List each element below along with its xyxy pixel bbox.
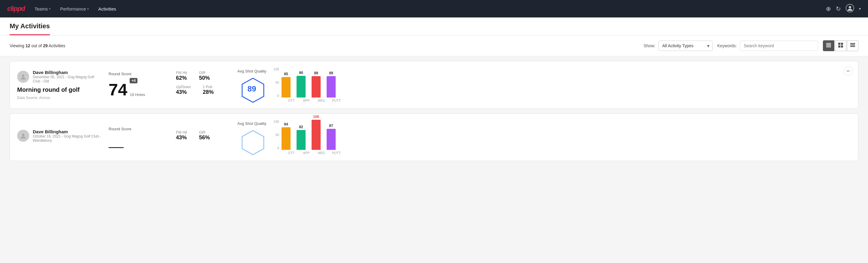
avg-shot-quality-label: Avg Shot Quality (237, 69, 267, 74)
avatar (17, 71, 29, 83)
bar-app-bar (297, 76, 306, 97)
page-header: My Activities (0, 18, 868, 35)
bars-container-2: 94 82 106 87 (281, 120, 336, 150)
player-date-2: October 16, 2021 - Gog Magog Golf Club -… (33, 134, 101, 143)
bars-container: 85 90 89 89 (281, 67, 336, 97)
x-axis-2: OTT APP ARG PUTT (287, 151, 358, 155)
performance-chevron-icon: ▾ (87, 7, 89, 10)
round-score-label-2: Round Score (108, 127, 169, 131)
logo[interactable]: clippd (7, 5, 25, 12)
view-list-dense-button[interactable] (823, 40, 834, 51)
bar-app-value: 90 (299, 71, 303, 75)
svg-rect-3 (826, 44, 831, 45)
stats-section-2: FW Hit 43% GIR 56% (176, 130, 230, 144)
show-filter-group: Show: All Activity Types (644, 40, 713, 51)
x-label-putt: PUTT (332, 99, 341, 102)
player-date: December 05, 2021 - Gog Magog Golf Club … (33, 75, 101, 83)
viewing-text: Viewing 12 out of 29 Activities (10, 43, 639, 48)
svg-rect-6 (838, 43, 840, 45)
bar-putt-value: 89 (329, 71, 333, 75)
stat-row-2-1: FW Hit 43% GIR 56% (176, 130, 230, 141)
hexagon: 89 (240, 77, 264, 101)
player-name-2: Dave Billingham (33, 129, 101, 134)
bar-arg-value: 89 (314, 71, 318, 75)
filter-bar: Viewing 12 out of 29 Activities Show: Al… (0, 35, 868, 56)
bar-ott-value: 85 (284, 72, 288, 76)
y-axis-2: 100 50 0 (274, 120, 279, 150)
keyword-input[interactable] (740, 40, 818, 51)
hexagon-2 (240, 129, 264, 153)
add-icon[interactable]: ⊕ (826, 5, 831, 12)
nav-performance[interactable]: Performance ▾ (60, 6, 89, 11)
avatar-2 (17, 130, 29, 142)
bar-app: 90 (297, 71, 306, 97)
view-grid-button[interactable] (835, 40, 846, 51)
quality-section-2: Avg Shot Quality 100 50 0 (237, 120, 382, 155)
x-axis: OTT APP ARG PUTT (287, 99, 358, 102)
svg-rect-4 (826, 46, 831, 46)
score-section-2: Round Score (108, 127, 169, 148)
edit-button[interactable]: ✏ (844, 66, 853, 76)
svg-point-1 (849, 6, 851, 8)
bar-putt-bar (327, 76, 336, 97)
svg-rect-5 (826, 47, 831, 47)
stat-1putt: 1 Putt 28% (203, 85, 214, 95)
score-display-2 (108, 133, 169, 148)
stat-gir: GIR 50% (199, 71, 210, 81)
x-label-arg: ARG (317, 99, 326, 102)
score-badge: +4 (130, 78, 137, 83)
svg-point-15 (22, 134, 24, 136)
bar-arg-bar (312, 76, 320, 97)
navbar: clippd Teams ▾ Performance ▾ Activities … (0, 0, 868, 18)
keyword-filter-group: Keywords: (717, 40, 818, 51)
teams-chevron-icon: ▾ (49, 7, 51, 10)
quality-section: Avg Shot Quality 89 100 50 (237, 67, 382, 102)
hexagon-score: 89 (248, 84, 256, 94)
activity-card-2: Dave Billingham October 16, 2021 - Gog M… (10, 113, 858, 161)
bar-chart: 100 50 0 85 90 (274, 67, 358, 102)
stats-section: FW Hit 62% GIR 50% Up/Down 43% 1 Putt 28… (176, 71, 230, 99)
navbar-left: clippd Teams ▾ Performance ▾ Activities (7, 5, 116, 12)
chart-area: 100 50 0 85 90 (274, 67, 358, 97)
bar-ott-bar (281, 77, 290, 97)
refresh-icon[interactable]: ↻ (836, 5, 841, 12)
svg-rect-10 (850, 43, 855, 44)
view-list-button[interactable] (847, 40, 858, 51)
quality-left-2: Avg Shot Quality (237, 121, 267, 153)
nav-teams[interactable]: Teams ▾ (35, 6, 51, 11)
activity-type-select[interactable]: All Activity Types (658, 40, 713, 51)
bar-chart-2: 100 50 0 94 82 10 (274, 120, 358, 155)
bar2-arg: 106 (312, 115, 320, 150)
x-label-app: APP (302, 99, 311, 102)
stat-fw-hit-2: FW Hit 43% (176, 130, 187, 141)
stat-updown: Up/Down 43% (176, 85, 191, 95)
svg-rect-7 (841, 43, 843, 45)
player-info-2: Dave Billingham October 16, 2021 - Gog M… (17, 129, 101, 143)
stat-fw-hit: FW Hit 62% (176, 71, 187, 81)
player-name: Dave Billingham (33, 70, 101, 75)
activity-card: ✏ Dave Billingham December 05, 2021 - Go… (10, 61, 858, 109)
bar-putt: 89 (327, 71, 336, 97)
svg-rect-11 (850, 45, 855, 46)
stat-row-2: Up/Down 43% 1 Putt 28% (176, 85, 230, 95)
activity-type-select-wrapper: All Activity Types (658, 40, 713, 51)
x-label-ott: OTT (287, 99, 296, 102)
quality-left: Avg Shot Quality 89 (237, 69, 267, 101)
user-chevron-icon[interactable]: ▾ (859, 7, 861, 11)
show-label: Show: (644, 43, 655, 48)
y-label-100: 100 (274, 67, 279, 71)
bar-arg: 89 (312, 71, 320, 97)
round-score-label: Round Score (108, 71, 169, 76)
bar2-app: 82 (297, 125, 306, 150)
round-title: Morning round of golf (17, 86, 101, 93)
svg-rect-9 (841, 46, 843, 48)
score-section: Round Score 74 +4 18 Holes (108, 71, 169, 98)
stat-row-1: FW Hit 62% GIR 50% (176, 71, 230, 81)
nav-activities[interactable]: Activities (98, 6, 116, 11)
bar2-putt: 87 (327, 124, 336, 150)
chart-area-2: 100 50 0 94 82 10 (274, 120, 358, 150)
hexagon-container: 89 (237, 77, 267, 101)
player-details: Dave Billingham December 05, 2021 - Gog … (33, 70, 101, 83)
view-toggle (823, 40, 858, 51)
user-icon[interactable] (846, 4, 854, 14)
